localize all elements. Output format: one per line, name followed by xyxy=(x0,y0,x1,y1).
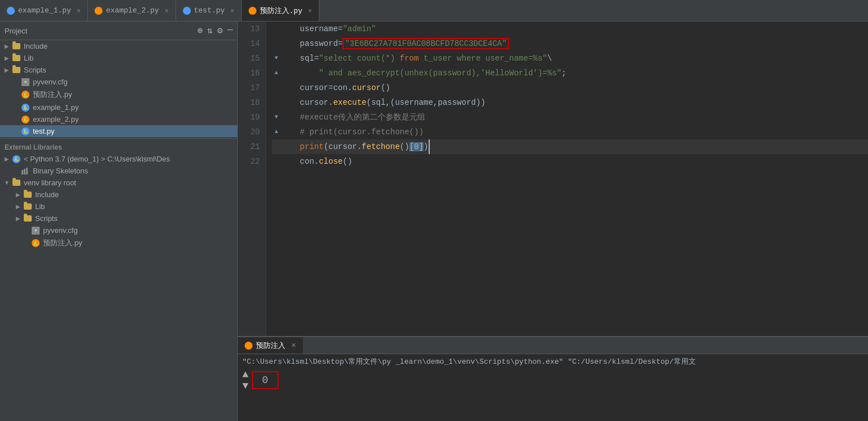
folder-icon-include-top xyxy=(11,42,22,50)
py-icon-yufang-top: 🐍 xyxy=(20,91,31,99)
tab-bar: example_1.py ✕ example_2.py ✕ test.py ✕ … xyxy=(0,0,868,22)
tab-close-example1[interactable]: ✕ xyxy=(77,7,81,14)
fold-13 xyxy=(272,24,281,33)
code-line-22: con.close() xyxy=(272,154,868,169)
sidebar-toolbar: ⊕ ⇅ ⚙ — xyxy=(197,25,233,36)
tab-close-test[interactable]: ✕ xyxy=(230,7,234,14)
tab-example2[interactable]: example_2.py ✕ xyxy=(88,0,176,21)
code-lines[interactable]: username="admin" password="3E6BC27A781F0… xyxy=(266,22,868,336)
tab-icon-test xyxy=(183,7,191,15)
sidebar-item-include-venv[interactable]: ▶ Include xyxy=(0,189,237,201)
sidebar-item-example2[interactable]: 🐍 example_2.py xyxy=(0,113,237,125)
tab-label-example2: example_2.py xyxy=(106,6,159,15)
sidebar-item-scripts-venv[interactable]: ▶ Scripts xyxy=(0,212,237,224)
linenum-13: 13 xyxy=(238,22,260,36)
code-15: sql="select count(*) from t_user where u… xyxy=(281,51,552,66)
fold-21 xyxy=(272,142,281,151)
sidebar-item-scripts-top[interactable]: ▶ Scripts xyxy=(0,64,237,76)
arrow-lib-top: ▶ xyxy=(2,55,11,61)
code-area: 13 14 15 16 17 18 19 20 21 22 xyxy=(238,22,868,421)
sidebar-header: Project ⊕ ⇅ ⚙ — xyxy=(0,22,237,40)
sidebar-item-lib-top[interactable]: ▶ Lib xyxy=(0,52,237,64)
tab-test[interactable]: test.py ✕ xyxy=(176,0,242,21)
sidebar-item-lib-venv[interactable]: ▶ Lib xyxy=(0,201,237,212)
fold-14 xyxy=(272,39,281,48)
sidebar-item-test[interactable]: 🐍 test.py xyxy=(0,125,237,137)
fold-20: ▲ xyxy=(272,127,281,137)
arrow-lib-venv: ▶ xyxy=(14,203,23,210)
arrow-python37: ▶ xyxy=(2,156,11,162)
label-yufang-top: 预防注入.py xyxy=(33,90,72,100)
linenum-19: 19 xyxy=(238,110,260,125)
editor-area[interactable]: 13 14 15 16 17 18 19 20 21 22 xyxy=(238,22,868,336)
arrow-venv: ▼ xyxy=(2,180,11,186)
fold-22 xyxy=(272,157,281,166)
code-line-18: cursor.execute(sql,(username,password)) xyxy=(272,95,868,110)
bottom-tab-bar: 预防注入 ✕ xyxy=(238,337,868,354)
bottom-content: "C:\Users\klsml\Desktop\常用文件\py _learn\d… xyxy=(238,354,868,421)
sidebar-title: Project xyxy=(5,27,27,35)
label-yufang-venv: 预防注入.py xyxy=(43,238,82,248)
add-icon[interactable]: ⊕ xyxy=(197,25,203,36)
sidebar-item-yufang-venv[interactable]: 🐍 预防注入.py xyxy=(0,236,237,250)
bottom-tab-close[interactable]: ✕ xyxy=(291,342,296,349)
fold-15: ▼ xyxy=(272,54,281,63)
code-16: " and aes_decrypt(unhex(password),'Hello… xyxy=(281,66,566,80)
collapse-icon[interactable]: — xyxy=(227,25,233,36)
sidebar: Project ⊕ ⇅ ⚙ — ▶ Include ▶ Lib ▶ Script… xyxy=(0,22,238,421)
linenum-22: 22 xyxy=(238,154,260,169)
sync-icon[interactable]: ⇅ xyxy=(207,25,213,36)
sidebar-item-python37[interactable]: ▶ 🐍 < Python 3.7 (demo_1) > C:\Users\kls… xyxy=(0,153,237,165)
folder-icon-include-venv xyxy=(23,191,33,199)
folder-icon-venv xyxy=(11,179,22,187)
tab-icon-example2 xyxy=(95,7,102,15)
section-external-libraries: External Libraries xyxy=(0,140,237,153)
bottom-tab-icon xyxy=(245,342,253,350)
code-20: # print(cursor.fetchone()) xyxy=(281,125,424,139)
scroll-down-icon[interactable]: ▼ xyxy=(242,380,249,392)
result-value: 0 xyxy=(252,371,279,389)
label-scripts-top: Scripts xyxy=(24,66,46,74)
settings-icon[interactable]: ⚙ xyxy=(217,25,223,36)
bottom-tab-yufang[interactable]: 预防注入 ✕ xyxy=(238,337,303,354)
sidebar-item-include-top[interactable]: ▶ Include xyxy=(0,40,237,52)
arrow-scripts-venv: ▶ xyxy=(14,215,23,222)
fold-16: ▲ xyxy=(272,69,281,78)
folder-icon-lib-top xyxy=(11,54,22,62)
py-icon-python37: 🐍 xyxy=(11,155,22,163)
sidebar-item-pyvenv-venv[interactable]: ≡ pyvenv.cfg xyxy=(0,224,237,236)
code-13: username="admin" xyxy=(281,22,376,36)
tab-zhufang[interactable]: 预防注入.py ✕ xyxy=(242,0,319,21)
sidebar-item-venv[interactable]: ▼ venv library root xyxy=(0,177,237,189)
code-line-13: username="admin" xyxy=(272,22,868,36)
svg-rect-0 xyxy=(22,170,23,175)
main-area: Project ⊕ ⇅ ⚙ — ▶ Include ▶ Lib ▶ Script… xyxy=(0,22,868,421)
sidebar-item-yufang-top[interactable]: 🐍 预防注入.py xyxy=(0,88,237,101)
tab-icon-example1 xyxy=(7,7,15,15)
label-include-top: Include xyxy=(24,42,48,50)
line-numbers: 13 14 15 16 17 18 19 20 21 22 xyxy=(238,22,266,336)
code-line-17: cursor=con.cursor() xyxy=(272,80,868,95)
tab-close-zhufang[interactable]: ✕ xyxy=(308,7,312,14)
sidebar-item-binary-skeletons[interactable]: Binary Skeletons xyxy=(0,165,237,177)
sidebar-item-example1[interactable]: 🐍 example_1.py xyxy=(0,101,237,113)
label-include-venv: Include xyxy=(35,190,59,199)
label-lib-top: Lib xyxy=(24,54,33,62)
tab-label-example1: example_1.py xyxy=(18,6,71,15)
py-icon-test: 🐍 xyxy=(20,127,31,135)
code-line-21: print(cursor.fetchone()[0]) xyxy=(272,139,868,154)
arrow-include-venv: ▶ xyxy=(14,192,23,198)
linenum-16: 16 xyxy=(238,66,260,80)
tab-example1[interactable]: example_1.py ✕ xyxy=(0,0,88,21)
py-icon-yufang-venv: 🐍 xyxy=(31,239,41,247)
scroll-up-icon[interactable]: ▲ xyxy=(242,369,249,380)
label-pyvenv-top: pyvenv.cfg xyxy=(33,78,67,86)
sidebar-item-pyvenv-top[interactable]: ≡ pyvenv.cfg xyxy=(0,76,237,88)
label-scripts-venv: Scripts xyxy=(35,214,58,223)
code-17: cursor=con.cursor() xyxy=(281,80,390,95)
code-14: password="3E6BC27A781F0AC08BCFD78CC3DCE4… xyxy=(281,36,509,51)
tab-close-example2[interactable]: ✕ xyxy=(165,7,169,14)
label-test: test.py xyxy=(33,127,54,135)
code-content: 13 14 15 16 17 18 19 20 21 22 xyxy=(238,22,868,336)
bar-icon-binary-skeletons xyxy=(20,167,31,175)
